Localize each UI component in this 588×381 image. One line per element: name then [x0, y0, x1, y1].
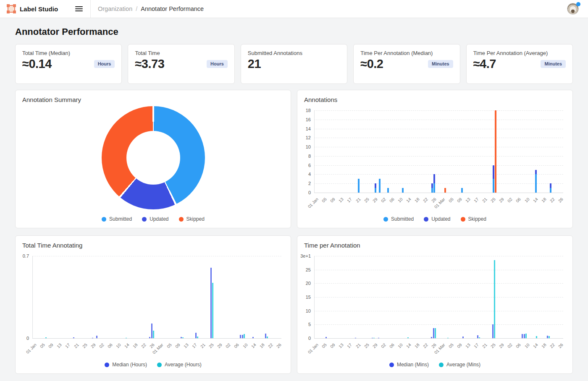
- bar-median[interactable]: [195, 333, 197, 338]
- y-axis-tick-label: 10: [297, 144, 311, 149]
- gridline: [314, 311, 563, 311]
- bar-average[interactable]: [126, 338, 127, 338]
- total-time-annotating-card: Total Time Annotating 00.701 Jan05091317…: [15, 235, 291, 374]
- x-axis-tick-label: 13: [338, 197, 344, 204]
- bar-median[interactable]: [431, 337, 432, 338]
- y-axis-tick-label: 16: [297, 117, 311, 122]
- x-axis-tick-label: 06: [107, 342, 113, 349]
- legend-item[interactable]: Updated: [142, 216, 168, 222]
- bar-average[interactable]: [212, 283, 213, 338]
- legend-item[interactable]: Median (Hours): [105, 362, 147, 368]
- bar-median[interactable]: [265, 334, 266, 338]
- bar-average[interactable]: [182, 337, 184, 338]
- bar-updated[interactable]: [431, 183, 433, 188]
- legend-item[interactable]: Median (Mins): [389, 362, 429, 368]
- total-time-annotating-bar-chart[interactable]: 00.701 Jan050913172125290206101418222601…: [16, 236, 291, 373]
- bar-updated[interactable]: [550, 183, 551, 188]
- bar-median[interactable]: [378, 338, 379, 338]
- bar-submitted[interactable]: [379, 179, 381, 193]
- bar-median[interactable]: [151, 324, 152, 338]
- brand-name: Label Studio: [20, 5, 58, 13]
- bar-median[interactable]: [242, 335, 243, 338]
- legend-dot-icon: [424, 217, 428, 222]
- bar-submitted[interactable]: [402, 188, 404, 193]
- bar-submitted[interactable]: [461, 188, 463, 193]
- bar-median[interactable]: [149, 337, 150, 338]
- x-axis-tick-label: 05: [448, 197, 454, 204]
- bar-median[interactable]: [92, 338, 93, 338]
- bar-submitted[interactable]: [493, 179, 494, 193]
- bar-submitted[interactable]: [433, 183, 435, 193]
- bar-average[interactable]: [373, 338, 375, 338]
- legend-item[interactable]: Average (Hours): [157, 362, 202, 368]
- legend-label: Submitted: [391, 216, 414, 222]
- gridline: [314, 174, 563, 175]
- hamburger-menu-icon[interactable]: [75, 6, 83, 11]
- annotations-bar-chart[interactable]: 02468101214161801 Jan0509131721252902061…: [297, 90, 572, 228]
- bar-average[interactable]: [447, 338, 449, 338]
- bar-median[interactable]: [240, 335, 241, 338]
- bar-average[interactable]: [197, 337, 198, 338]
- legend-label: Median (Hours): [112, 362, 147, 368]
- x-axis-tick-label: 17: [191, 342, 198, 349]
- legend-item[interactable]: Submitted: [102, 216, 132, 222]
- bar-median[interactable]: [372, 338, 373, 338]
- bar-median[interactable]: [547, 336, 548, 338]
- bar-average[interactable]: [435, 328, 436, 338]
- bar-average[interactable]: [244, 334, 245, 338]
- legend-item[interactable]: Skipped: [461, 216, 486, 222]
- x-axis-tick-label: 09: [456, 342, 463, 349]
- bar-skipped[interactable]: [495, 110, 496, 193]
- bar-submitted[interactable]: [358, 179, 360, 193]
- bar-median[interactable]: [522, 334, 523, 338]
- bar-average[interactable]: [525, 334, 527, 338]
- bar-median[interactable]: [433, 328, 434, 338]
- bar-submitted[interactable]: [550, 188, 551, 193]
- bar-median[interactable]: [252, 337, 254, 338]
- legend-item[interactable]: Updated: [424, 216, 450, 222]
- bar-median[interactable]: [210, 268, 212, 338]
- annotation-summary-donut-chart[interactable]: [102, 106, 205, 209]
- x-axis-tick-label: 17: [65, 342, 71, 349]
- stat-card-unit-badge: Hours: [207, 60, 228, 68]
- bar-median[interactable]: [524, 334, 525, 338]
- bar-submitted[interactable]: [375, 188, 376, 193]
- bar-updated[interactable]: [535, 170, 537, 175]
- x-axis-tick-label: 06: [515, 342, 522, 349]
- legend-item[interactable]: Skipped: [179, 216, 205, 222]
- notification-dot: [576, 2, 580, 6]
- breadcrumb-organization-link[interactable]: Organization: [98, 5, 132, 12]
- bar-updated[interactable]: [493, 165, 494, 179]
- bar-average[interactable]: [267, 337, 268, 338]
- bar-average[interactable]: [45, 337, 47, 338]
- bar-updated[interactable]: [433, 174, 435, 183]
- bar-median[interactable]: [73, 337, 74, 338]
- stat-card-time-per-annotation-median: Time Per Annotation (Median) ≈0.2 Minute…: [353, 44, 460, 84]
- bar-median[interactable]: [462, 337, 464, 338]
- bar-submitted[interactable]: [387, 188, 389, 193]
- bar-average[interactable]: [494, 260, 495, 338]
- legend-label: Updated: [150, 216, 168, 222]
- bar-median[interactable]: [326, 337, 327, 338]
- time-per-annotation-bar-chart[interactable]: 05101520253e+101 Jan05091317212529020610…: [297, 236, 572, 373]
- bar-updated[interactable]: [375, 183, 376, 188]
- bar-submitted[interactable]: [431, 188, 433, 193]
- label-studio-logo-icon[interactable]: [7, 4, 16, 13]
- legend-item[interactable]: Average (Mins): [439, 362, 480, 368]
- bar-submitted[interactable]: [535, 174, 537, 193]
- bar-skipped[interactable]: [444, 188, 446, 193]
- bar-median[interactable]: [96, 336, 97, 338]
- bar-average[interactable]: [536, 336, 537, 338]
- x-axis-tick-label: 14: [532, 342, 539, 349]
- bar-average[interactable]: [153, 331, 154, 338]
- bar-average[interactable]: [407, 337, 409, 338]
- bar-average[interactable]: [549, 336, 550, 338]
- breadcrumb: Organization / Annotator Performance: [98, 5, 204, 12]
- legend-item[interactable]: Submitted: [383, 216, 414, 222]
- bar-median[interactable]: [477, 335, 478, 338]
- bar-median[interactable]: [355, 338, 356, 338]
- bar-median[interactable]: [492, 324, 494, 338]
- user-avatar[interactable]: [567, 3, 580, 16]
- bar-average[interactable]: [479, 337, 480, 338]
- bar-median[interactable]: [181, 337, 182, 338]
